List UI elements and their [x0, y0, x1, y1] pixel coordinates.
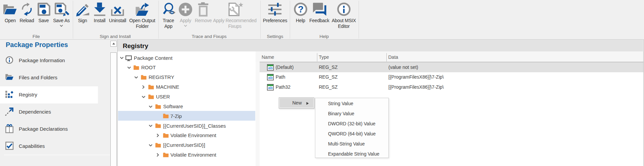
svg-text:ab: ab [268, 66, 272, 70]
svg-text:ab: ab [268, 85, 272, 89]
svg-text:ab: ab [268, 76, 272, 80]
svg-text:?: ? [298, 4, 304, 14]
